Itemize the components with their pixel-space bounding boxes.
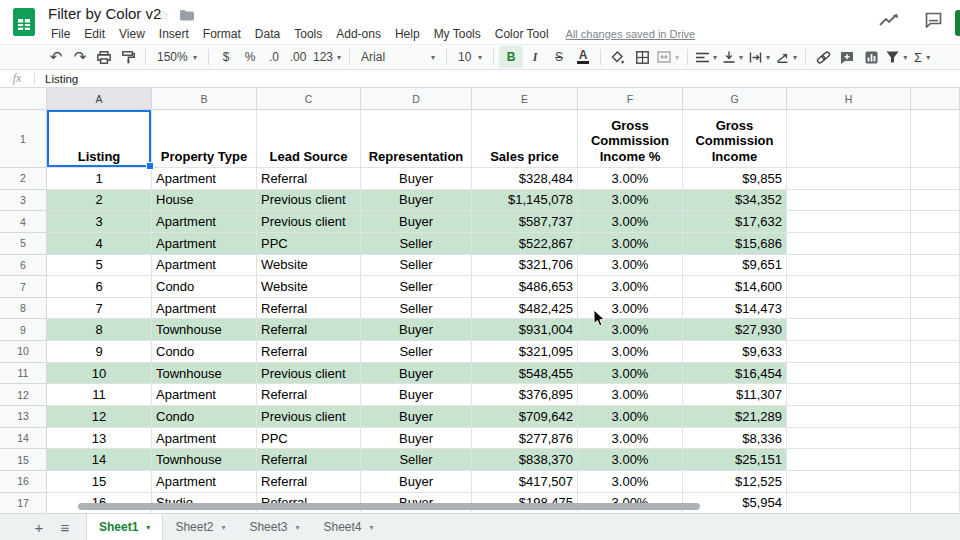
cell-d15[interactable]: Seller — [361, 449, 472, 471]
corner-select-all[interactable] — [0, 88, 47, 110]
cell-partial-15[interactable] — [911, 449, 960, 471]
menu-data[interactable]: Data — [248, 25, 287, 43]
row-header-2[interactable]: 2 — [0, 168, 47, 190]
cell-f5[interactable]: 3.00% — [578, 233, 683, 255]
cell-d2[interactable]: Buyer — [361, 168, 472, 190]
cell-a14[interactable]: 13 — [47, 428, 152, 450]
cell-d13[interactable]: Buyer — [361, 406, 472, 428]
sheet-tab-sheet2[interactable]: Sheet2▾ — [163, 514, 237, 540]
increase-decimal-button[interactable]: .00 — [286, 46, 310, 68]
cell-a8[interactable]: 7 — [47, 298, 152, 320]
cell-h2[interactable] — [787, 168, 911, 190]
cell-d16[interactable]: Buyer — [361, 471, 472, 493]
strikethrough-button[interactable]: S — [547, 46, 571, 68]
cell-partial-14[interactable] — [911, 428, 960, 450]
cell-e13[interactable]: $709,642 — [472, 406, 578, 428]
insert-comment-button[interactable] — [835, 46, 859, 68]
cell-e6[interactable]: $321,706 — [472, 255, 578, 277]
cell-partial-5[interactable] — [911, 233, 960, 255]
row-header-1[interactable]: 1 — [0, 110, 47, 168]
cell-h9[interactable] — [787, 319, 911, 341]
more-formats-button[interactable]: 123▾ — [310, 46, 344, 68]
menu-view[interactable]: View — [112, 25, 152, 43]
cell-e12[interactable]: $376,895 — [472, 384, 578, 406]
row-header-5[interactable]: 5 — [0, 233, 47, 255]
row-header-9[interactable]: 9 — [0, 319, 47, 341]
sheet-tab-sheet4[interactable]: Sheet4▾ — [312, 514, 386, 540]
column-header-b[interactable]: B — [152, 88, 257, 110]
paint-format-button[interactable] — [116, 46, 140, 68]
cell-g11[interactable]: $16,454 — [683, 363, 787, 385]
cell-partial-1[interactable] — [911, 110, 960, 168]
cell-a4[interactable]: 3 — [47, 211, 152, 233]
cell-g2[interactable]: $9,855 — [683, 168, 787, 190]
row-header-6[interactable]: 6 — [0, 255, 47, 277]
menu-tools[interactable]: Tools — [287, 25, 329, 43]
cell-f12[interactable]: 3.00% — [578, 384, 683, 406]
cell-h13[interactable] — [787, 406, 911, 428]
cell-d8[interactable]: Seller — [361, 298, 472, 320]
cell-h1[interactable] — [787, 110, 911, 168]
cell-g12[interactable]: $11,307 — [683, 384, 787, 406]
row-header-16[interactable]: 16 — [0, 471, 47, 493]
vertical-align-button[interactable]: ▾ — [720, 46, 746, 68]
sheets-logo-icon[interactable] — [13, 8, 35, 36]
cell-f7[interactable]: 3.00% — [578, 276, 683, 298]
cell-b2[interactable]: Apartment — [152, 168, 257, 190]
menu-help[interactable]: Help — [388, 25, 427, 43]
format-percent-button[interactable]: % — [238, 46, 262, 68]
cell-c14[interactable]: PPC — [257, 428, 361, 450]
redo-button[interactable]: ↷ — [68, 46, 92, 68]
cell-b3[interactable]: House — [152, 190, 257, 212]
cell-e11[interactable]: $548,455 — [472, 363, 578, 385]
cell-d6[interactable]: Seller — [361, 255, 472, 277]
all-sheets-button[interactable]: ≡ — [54, 519, 76, 536]
row-header-8[interactable]: 8 — [0, 298, 47, 320]
cell-partial-10[interactable] — [911, 341, 960, 363]
cell-b5[interactable]: Apartment — [152, 233, 257, 255]
row-header-15[interactable]: 15 — [0, 449, 47, 471]
cell-h8[interactable] — [787, 298, 911, 320]
cell-b15[interactable]: Townhouse — [152, 449, 257, 471]
column-header-f[interactable]: F — [578, 88, 683, 110]
cell-h11[interactable] — [787, 363, 911, 385]
row-header-7[interactable]: 7 — [0, 276, 47, 298]
cell-g3[interactable]: $34,352 — [683, 190, 787, 212]
cell-a5[interactable]: 4 — [47, 233, 152, 255]
cell-h7[interactable] — [787, 276, 911, 298]
cell-a7[interactable]: 6 — [47, 276, 152, 298]
cell-d3[interactable]: Buyer — [361, 190, 472, 212]
cell-d9[interactable]: Buyer — [361, 319, 472, 341]
cell-f9[interactable]: 3.00% — [578, 319, 683, 341]
cell-c11[interactable]: Previous client — [257, 363, 361, 385]
cell-partial-12[interactable] — [911, 384, 960, 406]
cell-d12[interactable]: Buyer — [361, 384, 472, 406]
save-status-link[interactable]: All changes saved in Drive — [566, 28, 696, 40]
cell-h12[interactable] — [787, 384, 911, 406]
cell-c7[interactable]: Website — [257, 276, 361, 298]
zoom-select[interactable]: 150%▾ — [151, 46, 203, 68]
cell-c4[interactable]: Previous client — [257, 211, 361, 233]
column-header-e[interactable]: E — [472, 88, 578, 110]
font-family-select[interactable]: Arial▾ — [355, 46, 441, 68]
cell-d11[interactable]: Buyer — [361, 363, 472, 385]
spreadsheet-grid[interactable]: ABCDEFGH1ListingProperty TypeLead Source… — [0, 88, 960, 513]
cell-f13[interactable]: 3.00% — [578, 406, 683, 428]
cell-b6[interactable]: Apartment — [152, 255, 257, 277]
document-title[interactable]: Filter by Color v2 — [48, 5, 161, 22]
cell-a10[interactable]: 9 — [47, 341, 152, 363]
cell-partial-2[interactable] — [911, 168, 960, 190]
menu-color-tool[interactable]: Color Tool — [488, 25, 556, 43]
comment-history-icon[interactable] — [925, 12, 942, 28]
cell-f10[interactable]: 3.00% — [578, 341, 683, 363]
cell-b14[interactable]: Apartment — [152, 428, 257, 450]
cell-a13[interactable]: 12 — [47, 406, 152, 428]
column-header-h[interactable]: H — [787, 88, 911, 110]
font-size-select[interactable]: 10▾ — [452, 46, 488, 68]
cell-h3[interactable] — [787, 190, 911, 212]
cell-h6[interactable] — [787, 255, 911, 277]
cell-c15[interactable]: Referral — [257, 449, 361, 471]
cell-b7[interactable]: Condo — [152, 276, 257, 298]
row-header-11[interactable]: 11 — [0, 363, 47, 385]
row-header-13[interactable]: 13 — [0, 406, 47, 428]
